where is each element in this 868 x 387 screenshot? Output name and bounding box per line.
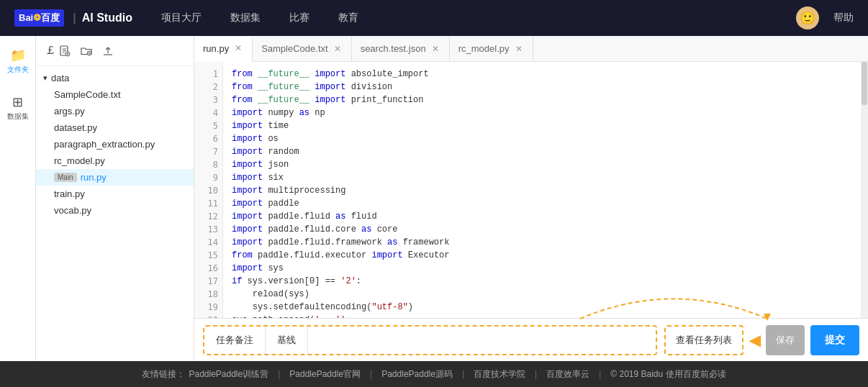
task-note-tab[interactable]: 任务备注 <box>204 327 266 354</box>
main-badge: Main <box>54 173 77 182</box>
line-numbers: 123456789101112131415161718192021222324 <box>194 62 223 318</box>
code-editor: 123456789101112131415161718192021222324 … <box>194 62 868 318</box>
file-name: vocab.py <box>54 205 91 216</box>
sidebar-label-files: 文件夹 <box>7 65 29 75</box>
footer-link-4[interactable]: 百度效率云 <box>546 368 589 381</box>
sidebar-item-files[interactable]: 📁 文件夹 <box>0 43 35 79</box>
save-button[interactable]: 保存 <box>766 325 805 355</box>
tab-samplecode[interactable]: SampleCode.txt ✕ <box>253 36 352 61</box>
file-item-train[interactable]: train.py <box>36 186 194 202</box>
baseline-label: 基线 <box>277 334 296 347</box>
file-tree: ▾ data SampleCode.txt args.py dataset.py… <box>36 66 194 361</box>
editor-area: run.py ✕ SampleCode.txt ✕ search.test.js… <box>194 36 868 361</box>
grid-icon: ⊞ <box>12 94 23 110</box>
save-label: 保存 <box>776 334 795 347</box>
file-item-vocab[interactable]: vocab.py <box>36 202 194 219</box>
new-file-icon[interactable]: ￡ <box>43 42 72 60</box>
submit-label: 提交 <box>825 334 845 347</box>
folder-data[interactable]: ▾ data <box>36 70 194 86</box>
file-item-dataset[interactable]: dataset.py <box>36 119 194 136</box>
tab-label: rc_model.py <box>458 43 510 54</box>
tab-label: search.test.json <box>361 43 426 54</box>
footer-link-0[interactable]: PaddlePaddle训练营 <box>189 368 268 381</box>
bottom-toolbar: 任务备注 基线 查看任务列表 ◀ 保存 提交 <box>194 318 868 361</box>
view-tasks-label: 查看任务列表 <box>676 334 732 347</box>
nav-right: 🙂 帮助 <box>796 6 854 29</box>
footer-link-1[interactable]: PaddlePaddle官网 <box>289 368 361 381</box>
file-item-paragraph[interactable]: paragraph_extraction.py <box>36 136 194 152</box>
tab-close-runpy[interactable]: ✕ <box>233 43 243 53</box>
folder-arrow-icon: ▾ <box>43 73 48 83</box>
tab-searchtest[interactable]: search.test.json ✕ <box>352 36 450 61</box>
nav-item-education[interactable]: 教育 <box>338 8 358 28</box>
file-panel: ￡ <box>36 36 194 361</box>
sidebar-label-datasets: 数据集 <box>7 111 29 122</box>
sidebar-icons: 📁 文件夹 ⊞ 数据集 <box>0 36 36 361</box>
file-name: rc_model.py <box>54 155 105 166</box>
tab-label: run.py <box>203 43 229 54</box>
logo: Bai❁百度 | AI Studio <box>14 9 132 27</box>
tab-bar: run.py ✕ SampleCode.txt ✕ search.test.js… <box>194 36 868 62</box>
tab-close-rcmodel[interactable]: ✕ <box>514 44 524 54</box>
nav-item-competition[interactable]: 比赛 <box>289 8 309 28</box>
nav-item-datasets[interactable]: 数据集 <box>230 8 261 28</box>
top-nav: Bai❁百度 | AI Studio 项目大厅 数据集 比赛 教育 🙂 帮助 <box>0 0 868 36</box>
sidebar-item-datasets[interactable]: ⊞ 数据集 <box>0 90 35 126</box>
task-input-field[interactable] <box>308 327 656 354</box>
file-item-rcmodel[interactable]: rc_model.py <box>36 152 194 169</box>
baseline-tab[interactable]: 基线 <box>266 327 308 354</box>
footer: 友情链接： PaddlePaddle训练营 | PaddlePaddle官网 |… <box>0 361 868 387</box>
nav-menu: 项目大厅 数据集 比赛 教育 <box>161 8 796 28</box>
help-link[interactable]: 帮助 <box>833 12 854 24</box>
baidu-icon: Bai❁百度 <box>14 9 64 27</box>
footer-copyright: © 2019 Baidu 使用百度前必读 <box>610 368 725 381</box>
tab-close-searchtest[interactable]: ✕ <box>430 44 440 54</box>
scrollbar-thumb <box>862 62 867 105</box>
studio-label: AI Studio <box>82 12 132 24</box>
nav-separator: | <box>73 12 76 24</box>
arrow-right-icon: ◀ <box>749 332 760 349</box>
tab-label: SampleCode.txt <box>261 43 328 54</box>
folder-icon: 📁 <box>10 47 26 63</box>
footer-prefix: 友情链接： <box>142 368 185 381</box>
avatar[interactable]: 🙂 <box>796 6 819 29</box>
code-content[interactable]: from __future__ import absolute_import f… <box>223 62 868 318</box>
task-note-label: 任务备注 <box>216 334 253 347</box>
file-name: dataset.py <box>54 122 97 133</box>
tab-runpy[interactable]: run.py ✕ <box>194 37 253 62</box>
footer-link-2[interactable]: PaddlePaddle源码 <box>381 368 453 381</box>
file-name: args.py <box>54 106 85 117</box>
file-toolbar: ￡ <box>36 36 194 66</box>
task-right: 查看任务列表 ◀ 保存 提交 <box>664 325 859 355</box>
new-folder-icon[interactable] <box>79 43 94 59</box>
folder-name: data <box>51 73 69 83</box>
file-item-runpy[interactable]: Main run.py <box>36 169 194 186</box>
main-area: 📁 文件夹 ⊞ 数据集 ￡ <box>0 36 868 361</box>
footer-link-3[interactable]: 百度技术学院 <box>474 368 525 381</box>
tab-rcmodel[interactable]: rc_model.py ✕ <box>450 36 533 61</box>
file-name: train.py <box>54 188 85 199</box>
tab-close-samplecode[interactable]: ✕ <box>333 44 343 54</box>
submit-button[interactable]: 提交 <box>810 325 859 355</box>
nav-item-projects[interactable]: 项目大厅 <box>161 8 202 28</box>
scrollbar-y[interactable] <box>861 62 868 318</box>
file-item-samplecode[interactable]: SampleCode.txt <box>36 86 194 103</box>
file-item-args[interactable]: args.py <box>36 103 194 119</box>
view-tasks-button[interactable]: 查看任务列表 <box>664 325 743 355</box>
file-name: run.py <box>81 172 107 183</box>
file-name: SampleCode.txt <box>54 89 121 100</box>
task-input-area: 任务备注 基线 <box>203 325 657 355</box>
upload-icon[interactable] <box>101 43 115 59</box>
file-name: paragraph_extraction.py <box>54 139 155 150</box>
